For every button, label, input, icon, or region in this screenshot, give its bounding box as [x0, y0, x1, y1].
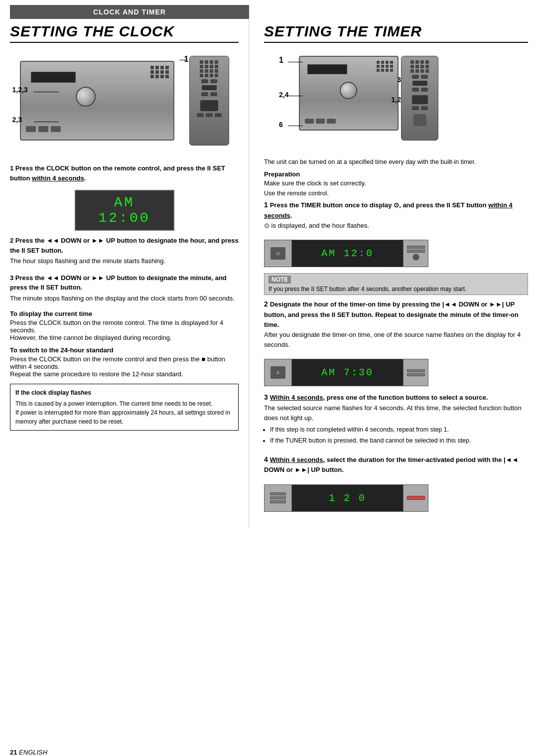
preparation-section: Preparation Make sure the clock is set c…: [264, 170, 528, 187]
step2-num: 2: [10, 237, 13, 244]
timer-step-2: 2 Designate the hour of the timer-on tim…: [264, 299, 528, 350]
step3-detail: The minute stops flashing on the display…: [10, 294, 239, 303]
note-title: NOTE: [269, 276, 291, 284]
remote-btn-row-2: [201, 92, 217, 96]
timer-img-label-3: 3: [397, 76, 401, 84]
timer-remote-btn2: [412, 88, 428, 92]
stereo-unit: [20, 61, 174, 141]
timer-step1-detail: ⊙ is displayed, and the hour flashes.: [264, 221, 528, 231]
timer-remote-bigbtn: [412, 81, 427, 86]
remote-unit: [189, 56, 229, 146]
timer-step3-bullet2: If the TUNER button is pressed, the band…: [270, 436, 528, 446]
sub-display-title: To display the current time: [10, 310, 239, 317]
sub-display-text1: Press the CLOCK button on the remote con…: [10, 319, 239, 334]
timer-step3-num: 3: [264, 393, 270, 401]
timer-img-label-1: 1: [279, 56, 283, 65]
clock-step-3: 3 Press the ◄◄ DOWN or ►► UP button to d…: [10, 273, 239, 303]
warning-text2: If power is interrupted for more than ap…: [15, 408, 233, 426]
timer-step1-text: Press the TIMER button once to display ⊙…: [264, 201, 513, 219]
sub-24hour-title: To switch to the 24-hour standard: [10, 346, 239, 354]
clock-step-1: 1 Press the CLOCK button on the remote c…: [10, 163, 239, 183]
timer-disp-left3: [265, 485, 292, 511]
step1-text: Press the CLOCK button on the remote con…: [10, 164, 225, 182]
header-label: CLOCK AND TIMER: [93, 8, 166, 16]
timer-display2-text: AM 7:30: [321, 367, 374, 378]
timer-step4-text: Within 4 seconds, select the duration fo…: [264, 456, 518, 474]
timer-step4-num: 4: [264, 455, 270, 463]
remote-btn-row-1: [201, 79, 217, 83]
stereo-display: [31, 72, 76, 83]
timer-disp-left1: ⊙: [265, 240, 292, 267]
step3-num: 3: [10, 274, 13, 282]
use-remote-text: Use the remote control.: [264, 190, 528, 197]
sub-24hour-text2: Repeat the same procedure to restore the…: [10, 370, 239, 378]
stereo-knob: [76, 87, 96, 107]
img-label-123: 1,2,3: [12, 86, 28, 94]
sub-24hour: To switch to the 24-hour standard Press …: [10, 346, 239, 378]
timer-step1-num: 1: [264, 201, 270, 209]
remote-big-btn: [202, 85, 217, 90]
left-column: SETTING THE CLOCK: [0, 19, 249, 528]
timer-stereo-unit: [299, 56, 399, 131]
timer-step3-bullets: If this step is not completed within 4 s…: [270, 425, 528, 446]
sub-display-time: To display the current time Press the CL…: [10, 310, 239, 341]
clock-display-text: AM 12:00: [98, 195, 150, 226]
timer-display1-text: AM 12:0: [321, 248, 374, 259]
timer-step3-detail: The selected source name flashes for 4 s…: [264, 403, 528, 423]
timer-remote-btn3: [412, 106, 428, 110]
warning-box: If the clock display flashes This is cau…: [10, 384, 239, 431]
timer-remote-dots: [410, 60, 429, 73]
step2-text: Press the ◄◄ DOWN or ►► UP button to des…: [10, 237, 239, 254]
right-column: SETTING THE TIMER: [249, 19, 538, 528]
timer-step2-text: Designate the hour of the timer-on time …: [264, 301, 519, 328]
timer-step3-text: Within 4 seconds, press one of the funct…: [270, 394, 488, 401]
img-label-1: 1: [184, 55, 189, 64]
sub-display-text2: However, the time cannot be displayed du…: [10, 334, 239, 341]
step1-num: 1: [10, 164, 13, 172]
clock-step-2: 2 Press the ◄◄ DOWN or ►► UP button to d…: [10, 236, 239, 266]
timer-device-image: 1 2,4 3 1,2 6: [279, 51, 448, 151]
warning-title: If the clock display flashes: [15, 388, 233, 397]
page-footer: 21 ENGLISH: [10, 749, 47, 756]
timer-disp-right2: [403, 359, 428, 386]
timer-disp-left2: 8: [265, 359, 292, 386]
timer-disp-screen1: AM 12:0: [292, 240, 403, 267]
timer-disp-right1: [403, 240, 428, 267]
timer-img-label-24: 2,4: [279, 91, 288, 99]
prep-text: Make sure the clock is set correctly.: [264, 179, 528, 187]
right-section-title: SETTING THE TIMER: [264, 23, 528, 43]
sub-24hour-text: Press the CLOCK button on the remote con…: [10, 355, 239, 370]
timer-step2-detail: After you designate the timer-on time, o…: [264, 330, 528, 350]
page-number: 21: [10, 749, 17, 756]
page: CLOCK AND TIMER SETTING THE CLOCK: [0, 5, 538, 756]
timer-step-1: 1 Press the TIMER button once to display…: [264, 200, 528, 231]
step2-detail: The hour stops flashing and the minute s…: [10, 256, 239, 266]
timer-step3-bullet1: If this step is not completed within 4 s…: [270, 425, 528, 435]
prep-title: Preparation: [264, 170, 528, 178]
timer-step-3: 3 Within 4 seconds, press one of the fun…: [264, 392, 528, 445]
timer-display-1: ⊙ AM 12:0: [264, 240, 428, 267]
clock-device-image: 1 1,2,3 2,3: [15, 51, 234, 155]
left-section-title: SETTING THE CLOCK: [10, 23, 239, 43]
timer-step-4: 4 Within 4 seconds, select the duration …: [264, 454, 528, 475]
timer-display-3: 1 2 0: [264, 484, 428, 512]
timer-disp-screen2: AM 7:30: [292, 359, 403, 386]
timer-intro1: The unit can be turned on at a specified…: [264, 158, 528, 165]
warning-text1: This is caused by a power interruption. …: [15, 399, 233, 408]
timer-img-label-12: 1,2: [392, 96, 401, 104]
timer-display-2: 8 AM 7:30: [264, 359, 428, 386]
remote-btn-row-3: [197, 113, 222, 117]
main-columns: SETTING THE CLOCK: [0, 19, 538, 528]
timer-remote-btn1: [412, 75, 428, 79]
timer-img-label-6: 6: [279, 121, 283, 129]
img-label-23: 2,3: [12, 116, 22, 124]
timer-remote: [401, 56, 438, 141]
clock-display: AM 12:00: [75, 190, 174, 231]
timer-step2-num: 2: [264, 300, 270, 308]
timer-disp-screen3: 1 2 0: [292, 485, 403, 511]
note-text: If you press the II SET button after 4 s…: [269, 286, 524, 293]
remote-dot-grid: [200, 60, 219, 77]
note-box: NOTE If you press the II SET button afte…: [264, 273, 528, 295]
timer-disp-right3: [403, 485, 428, 511]
header-bar: CLOCK AND TIMER: [10, 5, 249, 19]
